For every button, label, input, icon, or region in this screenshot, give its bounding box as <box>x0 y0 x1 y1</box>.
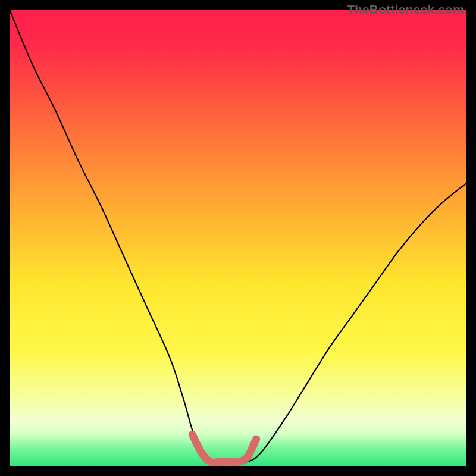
main-curve <box>10 10 466 463</box>
chart-container: TheBottleneck.com <box>0 0 476 476</box>
plot-area <box>10 10 466 466</box>
watermark-text: TheBottleneck.com <box>347 2 464 17</box>
bottom-highlight <box>192 434 256 462</box>
curve-layer <box>10 10 466 466</box>
